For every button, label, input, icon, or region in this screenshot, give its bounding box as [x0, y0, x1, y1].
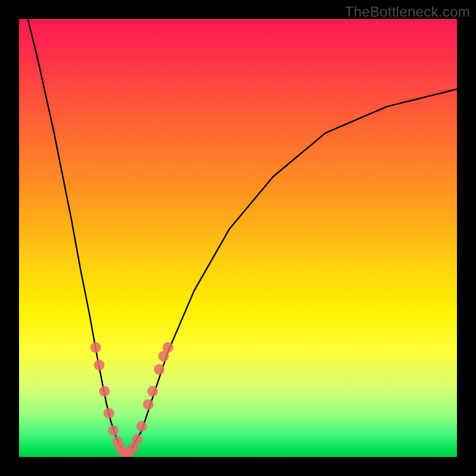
marker-dot — [94, 359, 105, 370]
marker-dot — [99, 386, 110, 397]
curve-overlay — [19, 19, 457, 457]
plot-area — [19, 19, 457, 457]
marker-dot — [143, 399, 154, 410]
marker-dot — [104, 408, 114, 418]
watermark-text: TheBottleneck.com — [345, 4, 470, 20]
bottleneck-curve — [28, 19, 457, 453]
marker-dot — [108, 425, 118, 436]
highlight-markers — [90, 342, 173, 457]
marker-dot — [132, 434, 143, 445]
marker-dot — [90, 342, 101, 353]
marker-dot — [147, 386, 158, 397]
marker-dot — [162, 342, 173, 353]
chart-frame: TheBottleneck.com — [0, 0, 476, 476]
marker-dot — [154, 364, 165, 375]
marker-dot — [136, 421, 147, 431]
